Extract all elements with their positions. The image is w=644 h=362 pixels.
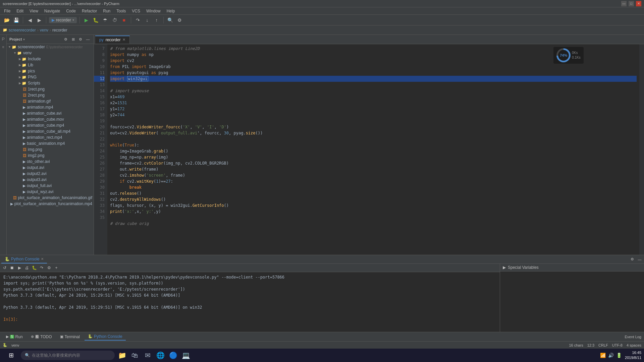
close-button[interactable]: ✕ xyxy=(636,1,641,6)
right-scroll-indicator[interactable] xyxy=(639,44,644,255)
tree-output2avi[interactable]: ▶ output2.avi xyxy=(7,171,94,177)
tree-animcubemov[interactable]: ▶ animation_cube.mov xyxy=(7,116,94,122)
console-debug-btn[interactable]: 🐛 xyxy=(31,264,38,271)
toolbar-coverage-btn[interactable]: ☂ xyxy=(101,16,109,24)
menu-window[interactable]: Window xyxy=(144,8,163,14)
run-tab-todo[interactable]: ⊕ 6 TODO xyxy=(28,334,55,340)
taskbar-vscode[interactable]: 💻 xyxy=(180,349,192,361)
menu-code[interactable]: Code xyxy=(63,8,78,14)
run-tab-run[interactable]: ▶ 5 Run xyxy=(3,334,26,340)
menu-edit[interactable]: Edit xyxy=(14,8,26,14)
tree-include[interactable]: ▶ 📁 Include xyxy=(7,56,94,62)
sidebar-gear-btn[interactable]: ⚙ xyxy=(63,36,69,42)
toolbar-back-btn[interactable]: ◀ xyxy=(26,16,34,24)
sidebar-collapse-btn[interactable]: — xyxy=(85,36,91,42)
console-settings-gear-btn[interactable]: ⚙ xyxy=(46,264,52,271)
tree-outputwyzavi[interactable]: ▶ output_wyz.avi xyxy=(7,189,94,195)
tree-png[interactable]: ▶ 📁 PNG xyxy=(7,74,94,80)
tree-animcubeallmp4[interactable]: ▶ animation_cube_all.mp4 xyxy=(7,128,94,134)
toolbar-settings-btn[interactable]: ⚙ xyxy=(176,16,184,24)
tree-otoother[interactable]: ▶ oto_other.avi xyxy=(7,159,94,165)
toolbar-open-btn[interactable]: 📂 xyxy=(3,16,11,24)
console-tab-close[interactable]: ✕ xyxy=(41,257,44,261)
toolbar-fwd-btn[interactable]: ▶ xyxy=(35,16,43,24)
console-restart-btn[interactable]: ↺ xyxy=(1,264,8,271)
sidebar-filter-btn[interactable]: ⊞ xyxy=(70,36,76,42)
toolbar-save-btn[interactable]: 💾 xyxy=(12,16,20,24)
tray-volume[interactable]: 🔊 xyxy=(607,352,614,359)
tree-pics[interactable]: ▶ 📁 pics xyxy=(7,68,94,74)
tab-close-btn[interactable]: ✕ xyxy=(122,38,125,42)
console-run-btn[interactable]: ▶ xyxy=(16,264,23,271)
taskbar-search[interactable]: 🔍 在这里输入你要搜索的内容 xyxy=(21,351,115,360)
menu-refactor[interactable]: Refactor xyxy=(79,8,100,14)
sidebar-settings-btn[interactable]: ⚙ xyxy=(77,36,84,42)
console-tab[interactable]: 🐍 Python Console ✕ xyxy=(1,255,47,263)
menu-navigate[interactable]: Navigate xyxy=(42,8,63,14)
tree-outputavi[interactable]: ▶ output.avi xyxy=(7,165,94,171)
tree-animmp4[interactable]: ▶ animation.mp4 xyxy=(7,104,94,110)
tray-battery[interactable]: 🔋 xyxy=(615,352,622,359)
taskbar-clock[interactable]: 16:45 2019/8/11 xyxy=(625,350,641,361)
tree-1rect[interactable]: 🖼 1rect.png xyxy=(7,86,94,92)
run-tab-python-console[interactable]: 🐍 Python Console xyxy=(85,333,126,341)
taskbar-ie[interactable]: 🔵 xyxy=(167,349,179,361)
project-dropdown[interactable]: ▶ recorder ▾ xyxy=(49,17,77,23)
taskbar-store[interactable]: 🛍 xyxy=(129,349,141,361)
sidebar-dropdown-arrow[interactable]: ▾ xyxy=(23,38,25,41)
toolbar-search-btn[interactable]: 🔍 xyxy=(166,16,174,24)
tree-plotsurface[interactable]: 🖼 plot_surface_animation_funcanimation.g… xyxy=(7,195,94,201)
console-print-btn[interactable]: 🖨 xyxy=(23,264,30,271)
tree-root[interactable]: ▼ 📁 screenrecorder E:\pytest\screenrecor… xyxy=(7,44,94,50)
breadcrumb-screenrecorder[interactable]: screenrecorder xyxy=(9,28,36,33)
editor-container[interactable]: 7 8 9 10 11 12 13 14 15 16 17 18 19 20 2… xyxy=(94,44,644,255)
tree-imgpng[interactable]: 🖼 img.png xyxy=(7,146,94,153)
code-editor[interactable]: # from matplotlib.lines import Line2D im… xyxy=(107,44,639,255)
tree-animcubeavi[interactable]: ▶ animation_cube.avi xyxy=(7,110,94,116)
console-prompt[interactable]: In[3]: xyxy=(3,316,496,322)
taskbar-start-btn[interactable]: ⊞ xyxy=(3,349,19,361)
toolbar-stop-btn[interactable]: ■ xyxy=(120,16,128,24)
tray-network[interactable]: 📶 xyxy=(599,352,606,359)
toolbar-debug-btn[interactable]: 🐛 xyxy=(92,16,100,24)
toolbar-step-over-btn[interactable]: ↷ xyxy=(134,16,142,24)
menu-help[interactable]: Help xyxy=(164,8,178,14)
tree-plotsurfacemp4[interactable]: ▶ plot_surface_animation_funcanimation.m… xyxy=(7,201,94,207)
tree-img2png[interactable]: 🖼 img2.png xyxy=(7,153,94,159)
tree-output3avi[interactable]: ▶ output3.avi xyxy=(7,177,94,183)
console-collapse-btn[interactable]: — xyxy=(637,256,643,262)
console-settings-btn[interactable]: ⚙ xyxy=(629,256,635,262)
editor-tab-recorder[interactable]: py recorder ✕ xyxy=(95,36,130,44)
event-log-label[interactable]: Event Log xyxy=(625,335,641,339)
taskbar-explorer[interactable]: 📁 xyxy=(116,349,128,361)
toolbar-step-out-btn[interactable]: ↑ xyxy=(153,16,161,24)
toolbar-profile-btn[interactable]: ⏱ xyxy=(111,16,119,24)
maximize-button[interactable]: □ xyxy=(629,1,634,6)
tree-scripts[interactable]: ▶ 📁 Scripts xyxy=(7,80,94,86)
console-add-btn[interactable]: + xyxy=(53,264,60,271)
tree-animgif[interactable]: 🖼 animation.gif xyxy=(7,98,94,104)
tree-animcubemp4[interactable]: ▶ animation_cube.mp4 xyxy=(7,122,94,128)
tree-outputfullavi[interactable]: ▶ output_full.avi xyxy=(7,183,94,189)
tree-lib[interactable]: ▶ 📁 Lib xyxy=(7,62,94,68)
console-output[interactable]: E:\anaconda\python.exe "E:\PyCharm 2018.… xyxy=(0,272,500,332)
menu-file[interactable]: File xyxy=(1,8,13,14)
console-stop-btn[interactable]: ⏹ xyxy=(9,264,15,271)
special-vars-expand-btn[interactable]: ▶ xyxy=(503,265,506,270)
menu-tools[interactable]: Tools xyxy=(114,8,128,14)
run-tab-terminal[interactable]: ▣ Terminal xyxy=(57,334,83,340)
taskbar-mail[interactable]: ✉ xyxy=(142,349,154,361)
console-step-btn[interactable]: ↷ xyxy=(38,264,45,271)
menu-vcs[interactable]: VCS xyxy=(129,8,143,14)
tree-venv[interactable]: ▼ 📁 venv xyxy=(7,50,94,56)
taskbar-browser[interactable]: 🌐 xyxy=(154,349,166,361)
structure-icon[interactable]: ≡ xyxy=(1,44,6,50)
menu-view[interactable]: View xyxy=(27,8,41,14)
project-icon[interactable]: P xyxy=(1,36,6,42)
breadcrumb-file[interactable]: recorder xyxy=(52,28,67,33)
tree-2rect[interactable]: 🖼 2rect.png xyxy=(7,92,94,98)
breadcrumb-venv[interactable]: venv xyxy=(40,28,48,33)
tree-basicanimmp4[interactable]: ▶ basic_animation.mp4 xyxy=(7,140,94,146)
toolbar-step-into-btn[interactable]: ↓ xyxy=(143,16,151,24)
toolbar-run-green-btn[interactable]: ▶ xyxy=(83,16,91,24)
